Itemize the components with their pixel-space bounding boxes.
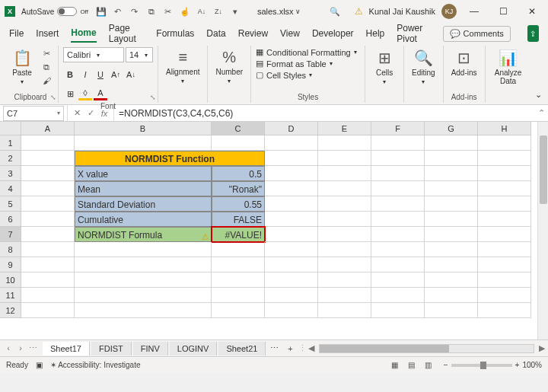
font-grow-button[interactable]: A↑: [109, 68, 123, 81]
redo-icon[interactable]: ↷: [128, 5, 142, 18]
tab-view[interactable]: View: [280, 25, 300, 42]
grid-cell[interactable]: "Ronak": [212, 181, 265, 196]
cut-button[interactable]: ✂: [40, 47, 53, 59]
format-painter-button[interactable]: 🖌: [40, 75, 53, 87]
row-header[interactable]: 5: [0, 196, 21, 212]
col-header[interactable]: A: [21, 122, 75, 135]
tab-help[interactable]: Help: [366, 25, 385, 42]
username[interactable]: Kunal Jai Kaushik: [369, 7, 435, 16]
col-header[interactable]: G: [425, 122, 478, 135]
underline-button[interactable]: U: [94, 68, 107, 81]
scrollbar-thumb[interactable]: [320, 345, 449, 352]
tab-review[interactable]: Review: [238, 25, 268, 42]
row-header[interactable]: 8: [0, 242, 21, 257]
cut-icon[interactable]: ✂: [161, 5, 175, 18]
sheet-nav-prev-icon[interactable]: ‹: [3, 343, 14, 353]
spreadsheet-grid[interactable]: A B C D E F G H 1 2NORMDIST Function 3X …: [0, 122, 548, 339]
row-header[interactable]: 10: [0, 272, 21, 288]
touch-icon[interactable]: ☝: [178, 5, 192, 18]
grid-cell[interactable]: Mean: [75, 181, 212, 196]
format-as-table-button[interactable]: ▤Format as Table▾: [256, 59, 360, 69]
sort-asc-icon[interactable]: A↓: [195, 5, 209, 18]
tab-formulas[interactable]: Formulas: [156, 25, 194, 42]
paste-button[interactable]: 📋 Paste ▾: [8, 47, 37, 87]
select-all-button[interactable]: [0, 122, 21, 135]
sheet-tab[interactable]: FINV: [133, 342, 168, 355]
row-header[interactable]: 12: [0, 303, 21, 318]
tab-page-layout[interactable]: Page Layout: [109, 20, 145, 47]
col-header[interactable]: B: [75, 122, 212, 135]
fill-color-button[interactable]: ◊: [78, 87, 92, 100]
normal-view-button[interactable]: ▦: [387, 359, 403, 371]
page-break-view-button[interactable]: ▥: [421, 359, 436, 371]
conditional-formatting-button[interactable]: ▦Conditional Formatting▾: [256, 47, 360, 57]
sheet-more-icon[interactable]: ⋯: [267, 343, 282, 353]
col-header[interactable]: C: [212, 122, 265, 135]
close-button[interactable]: ✕: [521, 0, 543, 23]
vertical-scrollbar[interactable]: [537, 122, 548, 339]
share-button[interactable]: ⇪: [527, 25, 539, 42]
row-header[interactable]: 3: [0, 166, 21, 181]
active-cell[interactable]: #VALUE!: [212, 227, 265, 242]
sort-desc-icon[interactable]: Z↓: [212, 5, 225, 18]
clipboard-launcher-icon[interactable]: ⤡: [50, 94, 56, 101]
name-box[interactable]: C7▾: [3, 106, 64, 121]
grid-cell[interactable]: FALSE: [212, 212, 265, 227]
horizontal-scrollbar[interactable]: [319, 344, 534, 353]
hscroll-left-icon[interactable]: ◀: [308, 343, 314, 353]
sheet-nav-next-icon[interactable]: ›: [15, 343, 26, 353]
row-header[interactable]: 6: [0, 212, 21, 227]
add-sheet-button[interactable]: +: [283, 344, 297, 353]
macro-record-icon[interactable]: ▣: [36, 361, 43, 369]
grid-cell[interactable]: X value: [75, 166, 212, 181]
cell-styles-button[interactable]: ▢Cell Styles▾: [256, 70, 360, 80]
save-icon[interactable]: 💾: [94, 5, 108, 18]
tab-file[interactable]: File: [9, 25, 24, 42]
toggle-switch[interactable]: [57, 7, 77, 16]
tab-data[interactable]: Data: [206, 25, 225, 42]
col-header[interactable]: F: [371, 122, 425, 135]
font-size-select[interactable]: 14▾: [126, 47, 153, 62]
page-layout-view-button[interactable]: ▤: [404, 359, 419, 371]
row-header[interactable]: 1: [0, 135, 21, 151]
row-header[interactable]: 2: [0, 151, 21, 166]
tab-insert[interactable]: Insert: [36, 25, 59, 42]
cells-button[interactable]: ⊞Cells▾: [370, 47, 399, 87]
scrollbar-thumb[interactable]: [540, 135, 547, 204]
sheet-tab[interactable]: FDIST: [91, 342, 132, 355]
warning-icon[interactable]: ⚠: [355, 6, 363, 17]
expand-formula-bar-icon[interactable]: ⌃: [534, 108, 548, 118]
font-launcher-icon[interactable]: ⤡: [150, 94, 156, 101]
grid-cell[interactable]: Cumulative: [75, 212, 212, 227]
user-avatar[interactable]: KJ: [441, 4, 457, 19]
row-header[interactable]: 11: [0, 288, 21, 303]
tab-home[interactable]: Home: [71, 24, 96, 43]
minimize-button[interactable]: —: [463, 0, 486, 23]
search-icon[interactable]: 🔍: [330, 7, 340, 17]
error-indicator-icon[interactable]: ⚠: [202, 229, 209, 242]
zoom-out-icon[interactable]: −: [444, 361, 448, 369]
sheet-tab[interactable]: Sheet21: [218, 342, 266, 355]
chevron-down-icon[interactable]: ∨: [295, 8, 301, 15]
sheet-tab[interactable]: LOGINV: [170, 342, 218, 355]
row-header[interactable]: 4: [0, 181, 21, 196]
grid-cell[interactable]: 0.55: [212, 196, 265, 212]
font-color-button[interactable]: A: [94, 87, 107, 100]
tab-developer[interactable]: Developer: [312, 25, 354, 42]
zoom-slider[interactable]: [451, 364, 512, 367]
border-button[interactable]: ⊞: [63, 87, 77, 100]
ribbon-collapse-icon[interactable]: ⌄: [532, 87, 545, 103]
maximize-button[interactable]: ☐: [492, 0, 515, 23]
undo-icon[interactable]: ↶: [111, 5, 125, 18]
row-header[interactable]: 9: [0, 257, 21, 272]
font-shrink-button[interactable]: A↓: [124, 68, 138, 81]
grid-cell[interactable]: 0.5: [212, 166, 265, 181]
row-header[interactable]: 7: [0, 227, 21, 242]
addins-button[interactable]: ⊡Add-ins: [448, 47, 480, 78]
autosave-toggle[interactable]: AutoSave Off: [21, 7, 88, 16]
col-header[interactable]: D: [265, 122, 318, 135]
sheet-nav-more-icon[interactable]: ⋯: [27, 343, 38, 353]
filename[interactable]: sales.xlsx ∨: [257, 7, 301, 16]
cell-merged-header[interactable]: NORMDIST Function: [75, 151, 265, 166]
copy-icon[interactable]: ⧉: [145, 5, 158, 18]
